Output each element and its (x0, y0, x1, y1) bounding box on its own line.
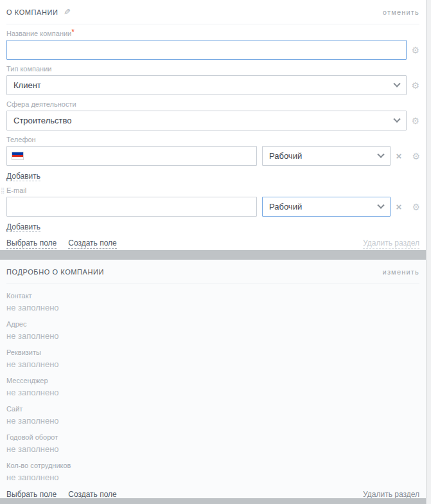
field-value: не заполнено (6, 331, 419, 341)
section-title: О КОМПАНИИ (6, 8, 58, 16)
edit-pencil-icon[interactable]: ✎ (64, 7, 71, 17)
email-input[interactable] (12, 197, 252, 216)
view-field-requisites: Реквизиты не заполнено (6, 348, 419, 370)
form-column: О КОМПАНИИ ✎ отменить Название компании*… (0, 0, 426, 498)
industry-label: Сфера деятельности (6, 100, 419, 109)
remove-phone-icon[interactable]: × (396, 150, 402, 161)
section-about-header: О КОМПАНИИ ✎ отменить (6, 0, 419, 24)
required-asterisk: * (71, 28, 75, 37)
delete-section-link[interactable]: Удалить раздел (363, 490, 419, 498)
field-settings-gear-icon[interactable]: ⚙ (412, 151, 420, 161)
company-name-input[interactable] (6, 40, 407, 60)
email-type-select[interactable]: Рабочий (262, 197, 391, 217)
view-field-website: Сайт не заполнено (6, 405, 419, 426)
field-label: Мессенджер (6, 377, 419, 385)
phone-type-select[interactable]: Рабочий (262, 146, 391, 166)
view-field-employees: Кол-во сотрудников не заполнено (6, 462, 419, 483)
drag-handle-icon[interactable]: ⣿ (1, 187, 4, 194)
field-settings-gear-icon[interactable]: ⚙ (411, 80, 419, 91)
company-type-label: Тип компании (6, 65, 419, 73)
field-value: не заполнено (6, 444, 419, 455)
view-field-contact: Контакт не заполнено (6, 292, 419, 313)
chevron-down-icon (377, 201, 384, 208)
field-value: не заполнено (6, 416, 419, 426)
email-label: E-mail (6, 186, 419, 195)
remove-email-icon[interactable]: × (396, 201, 402, 212)
chevron-down-icon (393, 80, 400, 87)
field-label: Адрес (6, 320, 419, 328)
industry-select[interactable]: Строительство (6, 111, 407, 130)
field-label: Годовой оборот (6, 433, 419, 442)
field-value: не заполнено (6, 388, 419, 398)
edit-link[interactable]: изменить (383, 268, 419, 276)
view-field-messenger: Мессенджер не заполнено (6, 377, 419, 398)
section-about-company: О КОМПАНИИ ✎ отменить Название компании*… (0, 0, 426, 250)
phone-label: Телефон (6, 136, 419, 144)
chevron-down-icon (377, 150, 384, 158)
scrollbar-track[interactable] (426, 0, 431, 504)
create-field-link[interactable]: Создать поле (68, 490, 117, 498)
russia-flag-icon[interactable] (12, 152, 24, 160)
field-value: не заполнено (6, 359, 419, 370)
field-value: не заполнено (6, 303, 419, 313)
field-label: Сайт (6, 405, 419, 413)
view-field-annual-revenue: Годовой оборот не заполнено (6, 433, 419, 455)
add-email-link[interactable]: Добавить (6, 222, 40, 232)
view-field-address: Адрес не заполнено (6, 320, 419, 341)
field-settings-gear-icon[interactable]: ⚙ (411, 116, 419, 126)
delete-section-link[interactable]: Удалить раздел (363, 239, 419, 249)
create-field-link[interactable]: Создать поле (68, 239, 117, 249)
field-settings-gear-icon[interactable]: ⚙ (412, 202, 420, 212)
field-label: Реквизиты (6, 348, 419, 357)
section-details-header: ПОДРОБНО О КОМПАНИИ изменить (6, 260, 419, 284)
section-about-body: Название компании* ⚙ Тип компании Клиент… (0, 30, 426, 249)
select-field-link[interactable]: Выбрать поле (6, 490, 57, 498)
field-value: не заполнено (6, 473, 419, 483)
section-company-details: ПОДРОБНО О КОМПАНИИ изменить Контакт не … (0, 260, 426, 498)
field-label: Контакт (6, 292, 419, 300)
field-settings-gear-icon[interactable]: ⚙ (411, 45, 419, 55)
select-field-link[interactable]: Выбрать поле (6, 239, 57, 249)
section-title: ПОДРОБНО О КОМПАНИИ (6, 268, 104, 276)
add-phone-link[interactable]: Добавить (6, 172, 40, 181)
cancel-link[interactable]: отменить (383, 8, 419, 16)
phone-input[interactable] (29, 147, 252, 165)
company-type-select[interactable]: Клиент (6, 75, 407, 95)
field-label: Кол-во сотрудников (6, 462, 419, 470)
company-name-label: Название компании* (6, 30, 419, 38)
chevron-down-icon (393, 115, 400, 122)
email-input-box (6, 197, 257, 217)
phone-input-box (6, 146, 257, 166)
section-details-body: Контакт не заполнено Адрес не заполнено … (0, 292, 426, 498)
